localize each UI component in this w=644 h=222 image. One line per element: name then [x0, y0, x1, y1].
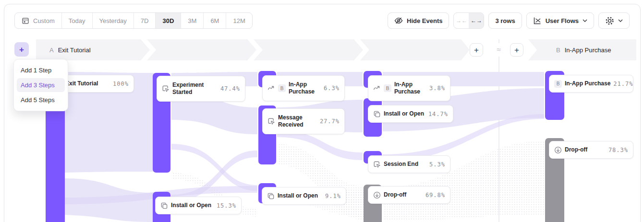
node-percent: 5.3% [429, 161, 445, 168]
node-percent: 69.8% [425, 192, 445, 199]
node-label: In-App Purchase [289, 81, 321, 95]
drop-off-icon [554, 146, 562, 154]
node-label: In-App Purchase [394, 81, 426, 95]
rows-label: 3 rows [495, 17, 515, 24]
date-range-today[interactable]: Today [61, 13, 92, 28]
step-b-chip: B [278, 84, 286, 92]
app-windows-icon [373, 110, 381, 118]
node-card-install-or-open-14[interactable]: Install or Open 14.7% [368, 105, 453, 123]
app-windows-icon [160, 202, 168, 210]
node-percent: 21.7% [613, 81, 633, 87]
calendar-icon [22, 17, 29, 24]
node-card-install-or-open-9[interactable]: Install or Open 9.1% [262, 187, 346, 205]
step-b-label: In-App Purchase [565, 47, 611, 54]
menu-item-add-3-steps[interactable]: Add 3 Steps [17, 78, 65, 92]
plus-icon: + [514, 46, 519, 54]
eye-off-icon [394, 16, 403, 25]
flows-chart-icon [533, 16, 542, 25]
node-label: Session End [384, 161, 418, 168]
node-percent: 3.8% [429, 85, 445, 92]
expand-icon: ←→ [471, 17, 482, 24]
step-band-b[interactable]: B In-App Purchase [528, 39, 636, 60]
toolbar-right: Hide Events →← ←→ 3 rows User Flows [388, 12, 630, 29]
date-range-label: Custom [33, 17, 55, 24]
step-b-chip: B [554, 80, 562, 88]
node-percent: 78.3% [608, 147, 628, 153]
date-range-30d[interactable]: 30D [155, 13, 181, 28]
menu-item-add-5-steps[interactable]: Add 5 Steps [14, 93, 68, 107]
hide-events-label: Hide Events [407, 17, 442, 24]
add-step-after-a-button[interactable]: + [470, 43, 483, 57]
add-steps-menu: Add 1 Step Add 3 Steps Add 5 Steps [13, 59, 68, 111]
date-range-7d[interactable]: 7D [134, 13, 156, 28]
band-chevron-separator [247, 39, 263, 60]
node-label: In-App Purchase [565, 80, 610, 87]
node-label: Install or Open [171, 202, 211, 209]
node-card-drop-off-78[interactable]: Drop-off 78.3% [549, 141, 633, 159]
step-band-a[interactable]: A Exit Tutorial [36, 39, 470, 60]
collapse-icon: →← [456, 17, 467, 24]
node-label: Drop-off [384, 191, 406, 199]
node-label: Drop-off [565, 146, 587, 153]
collapse-expand-control: →← ←→ [453, 12, 484, 29]
rows-button[interactable]: 3 rows [488, 12, 522, 29]
node-percent: 14.7% [428, 111, 448, 117]
date-range-custom[interactable]: Custom [15, 13, 61, 28]
toolbar: Custom Today Yesterday 7D 30D 3M 6M 12M … [14, 12, 630, 29]
view-selector-label: User Flows [546, 17, 579, 24]
date-range-control: Custom Today Yesterday 7D 30D 3M 6M 12M [14, 12, 253, 29]
plus-icon: + [474, 46, 479, 54]
node-card-session-end[interactable]: Session End 5.3% [368, 155, 450, 173]
node-percent: 27.7% [320, 118, 340, 125]
step-a-badge: A [49, 47, 54, 54]
band-chevron-separator [141, 39, 156, 60]
band-chevron-separator [354, 39, 369, 60]
approx-icon: ≈ [497, 46, 501, 54]
date-range-12m[interactable]: 12M [226, 13, 252, 28]
settings-button[interactable] [598, 12, 630, 29]
date-range-yesterday[interactable]: Yesterday [92, 13, 134, 28]
view-selector-button[interactable]: User Flows [526, 12, 594, 29]
trend-arrow-icon [373, 84, 381, 92]
trend-arrow-icon [267, 84, 275, 92]
node-card-experiment-started[interactable]: Experiment Started 47.4% [157, 76, 245, 102]
event-click-icon [373, 161, 381, 168]
event-click-icon [267, 117, 275, 125]
step-b-chip: B [384, 84, 391, 92]
plus-icon: + [19, 46, 24, 54]
node-card-in-app-purchase-21[interactable]: B In-App Purchase 21.7% [549, 75, 633, 93]
add-step-before-b-button[interactable]: + [510, 43, 523, 57]
node-percent: 6.3% [324, 85, 340, 92]
chevron-down-icon [618, 19, 623, 22]
drop-off-icon [373, 191, 381, 199]
app-windows-icon [267, 192, 275, 200]
date-range-6m[interactable]: 6M [203, 13, 226, 28]
menu-item-add-1-step[interactable]: Add 1 Step [14, 63, 68, 77]
step-b-badge: B [556, 47, 560, 54]
gear-icon [605, 16, 614, 25]
approx-join-toggle[interactable]: ≈ [493, 43, 505, 57]
node-card-drop-off-69[interactable]: Drop-off 69.8% [368, 186, 450, 204]
node-label: Install or Open [278, 192, 318, 199]
node-card-in-app-purchase-6[interactable]: B In-App Purchase 6.3% [262, 75, 345, 101]
node-card-message-received[interactable]: Message Received 27.7% [262, 108, 345, 134]
node-label: Install or Open [384, 110, 424, 117]
collapse-columns-button[interactable]: →← [454, 13, 469, 28]
add-step-before-button[interactable]: + [14, 42, 29, 57]
date-range-3m[interactable]: 3M [181, 13, 203, 28]
expand-columns-button[interactable]: ←→ [469, 13, 484, 28]
node-percent: 100% [113, 81, 129, 87]
node-label: Message Received [278, 114, 317, 129]
user-flows-report: Custom Today Yesterday 7D 30D 3M 6M 12M … [0, 0, 644, 222]
node-percent: 47.4% [220, 85, 240, 92]
node-label: Experiment Started [172, 82, 218, 96]
node-percent: 15.3% [217, 202, 236, 209]
node-card-in-app-purchase-3[interactable]: B In-App Purchase 3.8% [368, 75, 450, 101]
chevron-down-icon [583, 19, 587, 22]
node-label: Exit Tutorial [65, 80, 98, 87]
node-card-install-or-open-15[interactable]: Install or Open 15.3% [155, 197, 242, 214]
hide-events-button[interactable]: Hide Events [388, 12, 449, 29]
event-click-icon [162, 85, 170, 93]
node-percent: 9.1% [325, 193, 341, 199]
step-a-label: Exit Tutorial [58, 47, 91, 54]
